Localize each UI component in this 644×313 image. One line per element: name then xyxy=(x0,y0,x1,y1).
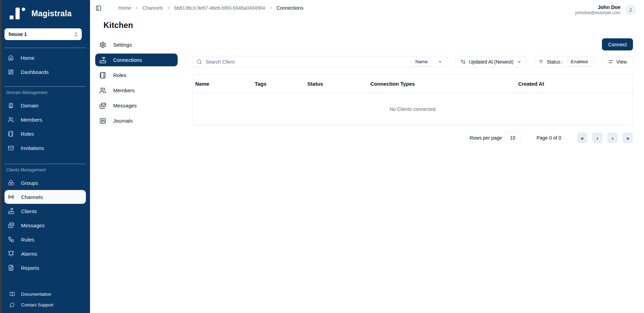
sidebar-item-reports[interactable]: Reports xyxy=(4,261,86,275)
view-button[interactable]: View xyxy=(602,56,633,67)
sidebar-section-domain-management: Domain Members Roles Invi xyxy=(0,98,90,155)
sidebar-item-rules[interactable]: Rules xyxy=(4,233,86,246)
previous-page-button[interactable]: ‹ xyxy=(592,132,603,143)
search-filter-chip[interactable]: Name xyxy=(411,57,432,66)
workspace-selector[interactable]: house 1 xyxy=(4,28,82,40)
column-header-connection-types[interactable]: Connection Types xyxy=(370,81,518,87)
sidebar-item-messages[interactable]: Messages xyxy=(4,218,86,232)
sidebar-item-label: Channels xyxy=(21,194,43,200)
sidebar-item-invitations[interactable]: Invitations xyxy=(4,141,86,155)
status-value-chip: Enabled xyxy=(566,57,592,66)
next-page-button[interactable]: › xyxy=(607,132,618,143)
tab-roles[interactable]: Roles xyxy=(95,69,178,82)
tab-connections[interactable]: Connections xyxy=(95,54,178,66)
chevron-down-icon xyxy=(517,59,522,64)
sidebar-item-members[interactable]: Members xyxy=(4,113,86,126)
page-title: Kitchen xyxy=(103,21,644,30)
sidebar-item-documentation[interactable]: Documentation xyxy=(5,290,86,298)
breadcrumb-item-home[interactable]: Home xyxy=(118,5,131,11)
last-page-button[interactable]: » xyxy=(623,132,633,143)
users-icon xyxy=(8,117,14,123)
breadcrumb-item-channels[interactable]: Channels xyxy=(142,5,163,11)
chevrons-left-icon: « xyxy=(581,135,584,141)
column-header-status[interactable]: Status xyxy=(307,81,370,87)
sidebar-item-label: Contact Support xyxy=(21,302,53,307)
chevron-right-icon xyxy=(269,6,273,10)
rows-per-page-select[interactable]: 10 xyxy=(505,132,521,143)
tab-journals[interactable]: Journals xyxy=(95,114,178,127)
filter-lines-icon xyxy=(538,59,544,64)
chevron-down-icon xyxy=(438,59,443,64)
sidebar-section-clients-management: Groups Channels Clients xyxy=(0,176,90,275)
breadcrumb-item-channel-id[interactable]: bb6136c3-9e67-4beb-bf83-9346a0404904 xyxy=(175,5,265,11)
tab-members[interactable]: Members xyxy=(95,84,178,97)
tab-label: Messages xyxy=(113,103,137,108)
brand-logo[interactable]: Magistrala xyxy=(10,8,90,19)
tab-label: Journals xyxy=(113,118,133,124)
chevron-right-icon xyxy=(135,6,139,10)
window-edge xyxy=(0,0,1,313)
tab-messages[interactable]: Messages xyxy=(95,99,178,112)
connect-button[interactable]: Connect xyxy=(602,38,633,50)
first-page-button[interactable]: « xyxy=(577,132,587,143)
sliders-icon xyxy=(608,59,613,64)
column-header-tags[interactable]: Tags xyxy=(255,81,307,87)
page-status: Page 0 of 0 xyxy=(536,135,561,141)
tab-label: Roles xyxy=(113,72,126,78)
layout-dashboard-icon xyxy=(8,69,14,75)
tab-settings[interactable]: Settings xyxy=(95,38,178,51)
sidebar-item-label: Members xyxy=(21,117,42,123)
status-filter-button[interactable]: Status : Enabled xyxy=(535,56,596,67)
arrow-up-down-icon xyxy=(460,59,466,64)
house-icon xyxy=(8,55,14,61)
user-name: John Doe xyxy=(575,4,621,10)
sidebar-item-clients[interactable]: Clients xyxy=(4,204,86,218)
search-filter-dropdown[interactable] xyxy=(436,59,445,65)
sidebar-item-label: Home xyxy=(21,55,34,61)
sidebar: Magistrala house 1 Home Da xyxy=(0,0,90,313)
sidebar-toggle-button[interactable] xyxy=(96,5,101,11)
sidebar-item-contact-support[interactable]: Contact Support xyxy=(5,300,86,309)
sidebar-nav: Home Dashboards xyxy=(0,51,90,79)
sidebar-section-title: Clients Management xyxy=(6,168,90,172)
rows-per-page-label: Rows per page xyxy=(469,135,502,141)
tab-label: Connections xyxy=(113,57,142,63)
breadcrumb: Home Channels bb6136c3-9e67-4beb-bf83-93… xyxy=(118,5,303,11)
mails-icon xyxy=(8,222,14,228)
sidebar-item-label: Dashboards xyxy=(21,69,49,75)
message-circle-icon xyxy=(10,302,15,307)
sidebar-item-alarms[interactable]: Alarms xyxy=(4,247,86,260)
avatar[interactable]: J xyxy=(625,4,636,15)
sidebar-item-groups[interactable]: Groups xyxy=(4,176,86,190)
brand-name: Magistrala xyxy=(31,9,72,18)
settings-gear-icon xyxy=(99,41,106,48)
connect-row: Connect xyxy=(192,38,633,50)
connections-content: Connect Name xyxy=(192,38,633,143)
table-empty-state: No Clients connected xyxy=(192,93,633,125)
sidebar-item-label: Domain xyxy=(21,103,39,108)
sidebar-item-domain[interactable]: Domain xyxy=(4,98,86,112)
sort-button[interactable]: Updated At (Newest) xyxy=(455,56,527,67)
empty-message: No Clients connected xyxy=(389,106,435,112)
column-header-created-at[interactable]: Created At xyxy=(518,81,630,87)
table-header-row: Name Tags Status Connection Types Create… xyxy=(192,75,633,93)
sidebar-item-dashboards[interactable]: Dashboards xyxy=(4,65,86,79)
sidebar-item-label: Roles xyxy=(21,131,34,137)
pagination: Rows per page 10 Page 0 of 0 « ‹ › » xyxy=(192,132,633,143)
router-icon xyxy=(99,57,106,64)
sidebar-item-label: Rules xyxy=(21,237,34,243)
breadcrumb-item-connections: Connections xyxy=(277,5,304,11)
tab-label: Settings xyxy=(113,42,132,48)
sidebar-item-label: Messages xyxy=(21,222,44,228)
column-header-name[interactable]: Name xyxy=(195,81,255,87)
building-icon xyxy=(8,103,14,108)
page-body: Settings Connections Roles xyxy=(90,38,644,143)
clients-table: Name Tags Status Connection Types Create… xyxy=(192,74,633,125)
sort-label: Updated At (Newest) xyxy=(469,59,513,65)
sidebar-item-home[interactable]: Home xyxy=(4,51,86,65)
sidebar-item-roles[interactable]: Roles xyxy=(4,127,86,141)
search-input[interactable] xyxy=(206,59,407,65)
pager-buttons: « ‹ › » xyxy=(577,132,633,143)
sidebar-item-channels[interactable]: Channels xyxy=(4,190,86,204)
chevrons-right-icon: » xyxy=(626,135,629,141)
